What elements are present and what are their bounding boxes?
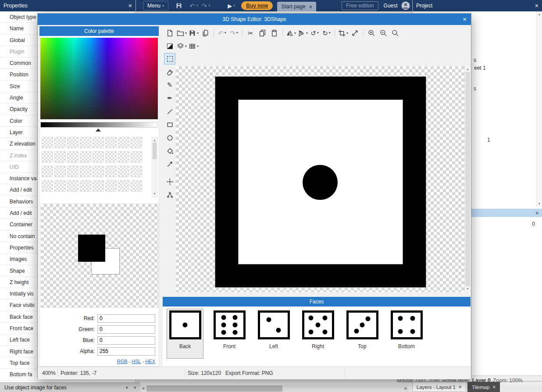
chevron-down-icon[interactable]: [134, 385, 136, 390]
color-swatch[interactable]: [80, 180, 91, 192]
color-swatch[interactable]: [105, 151, 117, 163]
cut-icon[interactable]: [246, 28, 256, 38]
close-icon[interactable]: [492, 385, 496, 390]
color-swatch[interactable]: [67, 137, 78, 148]
color-swatch[interactable]: [80, 166, 91, 177]
color-swatch[interactable]: [118, 180, 129, 192]
color-swatch[interactable]: [42, 151, 53, 163]
color-swatch[interactable]: [105, 180, 117, 192]
tab-tilemap[interactable]: Tilemap: [467, 382, 500, 392]
color-swatch[interactable]: [93, 180, 104, 192]
scroll-up-icon[interactable]: [537, 12, 542, 17]
eraser-tool[interactable]: [164, 67, 175, 77]
avatar[interactable]: [401, 1, 410, 10]
redo-icon[interactable]: [229, 28, 239, 38]
scrollbar-thumb[interactable]: [465, 72, 470, 286]
rgb-link[interactable]: RGB: [117, 359, 128, 364]
canvas-scrollbar[interactable]: [464, 66, 471, 292]
color-swatch[interactable]: [131, 166, 142, 177]
alpha-input[interactable]: [97, 347, 155, 356]
tree-item[interactable]: s: [474, 57, 476, 63]
face-item-bottom[interactable]: Bottom: [389, 309, 424, 358]
color-swatch[interactable]: [42, 137, 53, 148]
flip-vertical-icon[interactable]: [298, 28, 308, 38]
save-icon[interactable]: [189, 28, 199, 38]
undo-icon[interactable]: [189, 3, 198, 9]
image-canvas[interactable]: [176, 66, 464, 292]
close-icon[interactable]: [463, 16, 467, 22]
save-icon[interactable]: [175, 2, 182, 9]
resize-icon[interactable]: [350, 28, 360, 38]
background-color-icon[interactable]: [165, 41, 175, 51]
slider-marker-icon[interactable]: [96, 128, 101, 132]
color-swatch[interactable]: [131, 151, 142, 163]
chevron-down-icon[interactable]: [126, 385, 128, 390]
marquee-select-tool[interactable]: [164, 53, 175, 64]
tab-layers-layout[interactable]: Layers - Layout 1: [412, 382, 466, 392]
horizontal-scrollbar[interactable]: [140, 385, 409, 392]
rotate-cw-icon[interactable]: [321, 28, 332, 38]
tab-start-page[interactable]: Start page: [277, 2, 316, 11]
color-swatch[interactable]: [105, 166, 117, 177]
scroll-down-icon[interactable]: [537, 202, 542, 206]
color-swatch[interactable]: [80, 137, 91, 148]
rotate-ccw-icon[interactable]: [310, 28, 320, 38]
color-swatch[interactable]: [54, 180, 66, 192]
color-swatch[interactable]: [118, 137, 129, 148]
scroll-right-icon[interactable]: [405, 385, 407, 392]
color-swatch[interactable]: [93, 166, 104, 177]
scroll-up-icon[interactable]: [465, 67, 471, 71]
value-slider[interactable]: [40, 122, 158, 128]
color-swatch[interactable]: [42, 166, 53, 177]
eyedropper-tool[interactable]: [164, 159, 175, 169]
scroll-left-icon[interactable]: [142, 385, 144, 392]
close-icon[interactable]: [535, 3, 538, 9]
scroll-up-icon[interactable]: [152, 138, 157, 143]
tree-item[interactable]: s: [474, 86, 476, 92]
face-item-top[interactable]: Top: [344, 309, 380, 358]
color-swatch[interactable]: [131, 180, 142, 192]
red-input[interactable]: [97, 314, 155, 323]
redo-icon[interactable]: [202, 3, 210, 9]
face-item-left[interactable]: Left: [256, 309, 292, 358]
color-swatch[interactable]: [67, 166, 78, 177]
color-swatch[interactable]: [80, 151, 91, 163]
scrollbar-thumb[interactable]: [146, 385, 282, 392]
crop-icon[interactable]: [338, 28, 349, 38]
new-file-icon[interactable]: [165, 28, 175, 38]
hex-link[interactable]: HEX: [145, 359, 155, 364]
color-swatch[interactable]: [42, 180, 53, 192]
color-swatch[interactable]: [67, 180, 78, 192]
foreground-color-well[interactable]: [78, 235, 105, 262]
color-swatch[interactable]: [54, 151, 66, 163]
tree-item[interactable]: 1: [487, 137, 490, 143]
close-icon[interactable]: [459, 385, 462, 390]
dialog-titlebar[interactable]: 3D Shape Editor: 3DShape: [38, 14, 471, 25]
color-swatch[interactable]: [131, 137, 142, 148]
image-points-tool[interactable]: [164, 189, 175, 200]
fill-tool[interactable]: [164, 146, 175, 156]
swatch-scrollbar[interactable]: [152, 137, 157, 197]
color-swatch[interactable]: [93, 151, 104, 163]
rectangle-tool[interactable]: [164, 119, 175, 130]
pencil-tool[interactable]: [164, 80, 175, 90]
green-input[interactable]: [97, 325, 155, 334]
close-icon[interactable]: [128, 3, 132, 9]
open-folder-icon[interactable]: [177, 28, 187, 38]
scrollbar[interactable]: [536, 11, 542, 207]
zoom-reset-icon[interactable]: [390, 28, 401, 38]
origin-tool[interactable]: [164, 176, 175, 187]
buy-now-button[interactable]: Buy now: [241, 1, 273, 10]
face-item-right[interactable]: Right: [300, 309, 336, 358]
undo-icon[interactable]: [217, 28, 228, 38]
scroll-down-icon[interactable]: [465, 287, 471, 291]
ellipse-tool[interactable]: [164, 132, 175, 143]
zoom-out-icon[interactable]: [378, 28, 389, 38]
color-swatch[interactable]: [93, 137, 104, 148]
color-gradient-picker[interactable]: [40, 38, 158, 119]
scroll-down-icon[interactable]: [152, 192, 157, 196]
blue-input[interactable]: [97, 336, 155, 345]
hsl-link[interactable]: HSL: [132, 359, 141, 364]
color-swatch[interactable]: [105, 137, 117, 148]
brush-tool[interactable]: [164, 93, 175, 103]
